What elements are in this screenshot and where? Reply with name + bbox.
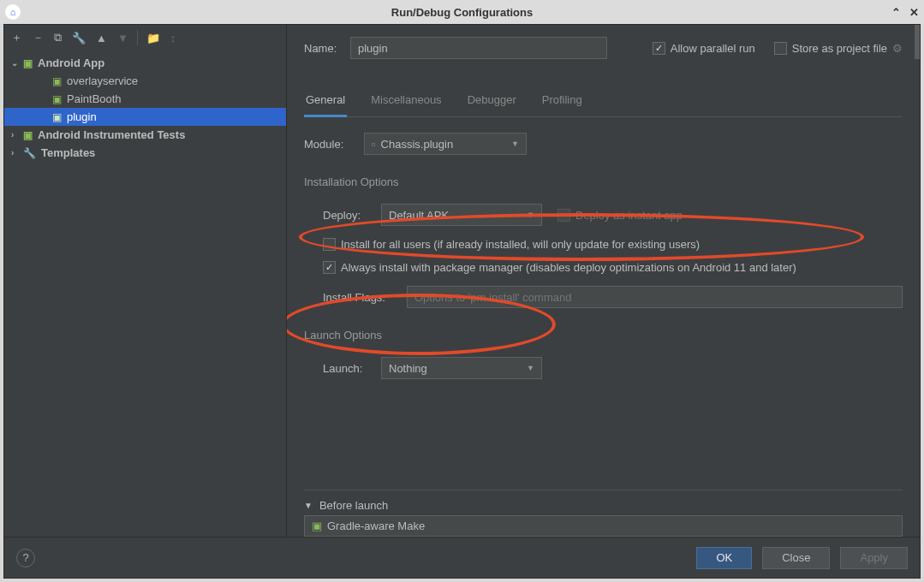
chevron-right-icon: › bbox=[11, 148, 23, 157]
tab-profiling[interactable]: Profiling bbox=[540, 88, 584, 116]
tab-bar: General Miscellaneous Debugger Profiling bbox=[304, 88, 903, 117]
android-icon: ▣ bbox=[312, 520, 322, 532]
config-tree[interactable]: ⌄ ▣ Android App ▣ overlayservice ▣ Paint… bbox=[4, 50, 286, 537]
wrench-icon: 🔧 bbox=[23, 147, 36, 159]
chevron-down-icon: ▼ bbox=[527, 211, 534, 219]
module-label: Module: bbox=[304, 138, 355, 151]
launch-value: Nothing bbox=[389, 362, 427, 375]
deploy-label: Deploy: bbox=[323, 209, 373, 222]
launch-options-title: Launch Options bbox=[304, 329, 903, 341]
tab-debugger[interactable]: Debugger bbox=[466, 88, 518, 116]
android-icon: ▣ bbox=[23, 57, 33, 69]
move-up-icon[interactable]: ▲ bbox=[96, 32, 107, 45]
app-icon: ⌂ bbox=[5, 4, 21, 20]
checkbox-icon bbox=[557, 209, 570, 222]
tree-item-overlayservice[interactable]: ▣ overlayservice bbox=[4, 72, 286, 90]
chevron-down-icon: ▼ bbox=[511, 140, 519, 148]
tree-group-label: Android App bbox=[38, 56, 104, 69]
tree-group-templates[interactable]: › 🔧 Templates bbox=[4, 144, 286, 162]
scrollbar[interactable] bbox=[915, 25, 920, 537]
help-button[interactable]: ? bbox=[16, 549, 35, 567]
tree-group-android-app[interactable]: ⌄ ▣ Android App bbox=[4, 54, 286, 72]
remove-config-icon[interactable]: － bbox=[33, 30, 44, 45]
checkbox-label: Allow parallel run bbox=[671, 42, 755, 55]
ok-button[interactable]: OK bbox=[696, 547, 752, 569]
dialog-footer: ? OK Close Apply bbox=[4, 537, 920, 578]
tree-group-label: Android Instrumented Tests bbox=[38, 128, 185, 141]
sort-icon[interactable]: ↕ bbox=[170, 32, 176, 45]
close-window-icon[interactable]: ✕ bbox=[909, 6, 919, 19]
apply-button[interactable]: Apply bbox=[840, 547, 908, 569]
tree-item-paintbooth[interactable]: ▣ PaintBooth bbox=[4, 90, 286, 108]
checkbox-label: Install for all users (if already instal… bbox=[341, 238, 700, 251]
before-launch-title: Before launch bbox=[319, 499, 388, 512]
chevron-down-icon: ⌄ bbox=[11, 58, 23, 68]
android-icon: ▣ bbox=[52, 75, 62, 87]
tree-group-label: Templates bbox=[41, 146, 95, 159]
before-launch-item-label: Gradle-aware Make bbox=[327, 520, 425, 532]
install-all-users-checkbox[interactable]: Install for all users (if already instal… bbox=[323, 238, 903, 251]
edit-config-icon[interactable]: 🔧 bbox=[72, 32, 86, 45]
chevron-right-icon: › bbox=[11, 130, 23, 140]
module-value: Chassis.plugin bbox=[381, 138, 454, 151]
tree-toolbar: ＋ － ⧉ 🔧 ▲ ▼ 📁 ↕ bbox=[4, 25, 286, 50]
install-flags-input[interactable] bbox=[407, 286, 903, 308]
gear-icon[interactable]: ⚙ bbox=[892, 42, 903, 55]
checkbox-icon bbox=[323, 261, 336, 274]
android-test-icon: ▣ bbox=[23, 129, 33, 141]
toolbar-separator bbox=[137, 30, 138, 45]
chevron-down-icon: ▼ bbox=[304, 501, 313, 510]
checkbox-label: Store as project file bbox=[792, 42, 887, 55]
launch-label: Launch: bbox=[323, 362, 373, 375]
android-icon: ▣ bbox=[52, 111, 62, 123]
tree-item-label: PaintBooth bbox=[67, 92, 122, 105]
installation-options-title: Installation Options bbox=[304, 175, 903, 188]
tab-general[interactable]: General bbox=[304, 88, 347, 117]
tree-item-label: overlayservice bbox=[67, 74, 138, 87]
module-icon: ▫ bbox=[372, 138, 376, 151]
deploy-value: Default APK bbox=[389, 209, 449, 222]
before-launch-header[interactable]: ▼ Before launch bbox=[304, 496, 903, 515]
name-label: Name: bbox=[304, 42, 350, 55]
config-form-panel: Name: Allow parallel run Store as projec… bbox=[287, 25, 920, 537]
before-launch-section: ▼ Before launch ▣ Gradle-aware Make bbox=[304, 490, 903, 537]
close-button[interactable]: Close bbox=[762, 547, 830, 569]
minimize-icon[interactable]: ⌃ bbox=[891, 6, 901, 19]
window-title: Run/Debug Configurations bbox=[391, 6, 533, 19]
move-down-icon[interactable]: ▼ bbox=[117, 32, 128, 45]
launch-select[interactable]: Nothing ▼ bbox=[381, 357, 542, 379]
checkbox-icon bbox=[323, 238, 336, 251]
install-flags-label: Install Flags: bbox=[323, 291, 398, 304]
chevron-down-icon: ▼ bbox=[527, 364, 534, 372]
android-icon: ▣ bbox=[52, 93, 62, 105]
config-tree-panel: ＋ － ⧉ 🔧 ▲ ▼ 📁 ↕ ⌄ ▣ Android App ▣ overla… bbox=[4, 25, 287, 537]
titlebar: ⌂ Run/Debug Configurations ⌃ ✕ bbox=[0, 0, 924, 24]
allow-parallel-checkbox[interactable]: Allow parallel run bbox=[653, 42, 755, 55]
tree-group-instrumented-tests[interactable]: › ▣ Android Instrumented Tests bbox=[4, 126, 286, 144]
tab-miscellaneous[interactable]: Miscellaneous bbox=[369, 88, 443, 116]
always-package-manager-checkbox[interactable]: Always install with package manager (dis… bbox=[323, 261, 903, 274]
tree-item-label: plugin bbox=[67, 110, 97, 123]
checkbox-icon bbox=[774, 42, 787, 55]
deploy-instant-checkbox[interactable]: Deploy as instant app bbox=[557, 209, 683, 222]
copy-config-icon[interactable]: ⧉ bbox=[54, 31, 62, 45]
deploy-select[interactable]: Default APK ▼ bbox=[381, 204, 542, 226]
checkbox-icon bbox=[653, 42, 665, 55]
module-select[interactable]: ▫ Chassis.plugin ▼ bbox=[364, 133, 527, 155]
name-input[interactable] bbox=[350, 37, 607, 59]
store-as-project-checkbox[interactable]: Store as project file ⚙ bbox=[774, 42, 903, 55]
folder-icon[interactable]: 📁 bbox=[146, 32, 160, 45]
checkbox-label: Deploy as instant app bbox=[575, 209, 683, 222]
add-config-icon[interactable]: ＋ bbox=[11, 30, 22, 45]
tree-item-plugin[interactable]: ▣ plugin bbox=[4, 108, 286, 126]
checkbox-label: Always install with package manager (dis… bbox=[341, 261, 796, 274]
before-launch-item[interactable]: ▣ Gradle-aware Make bbox=[304, 515, 903, 537]
